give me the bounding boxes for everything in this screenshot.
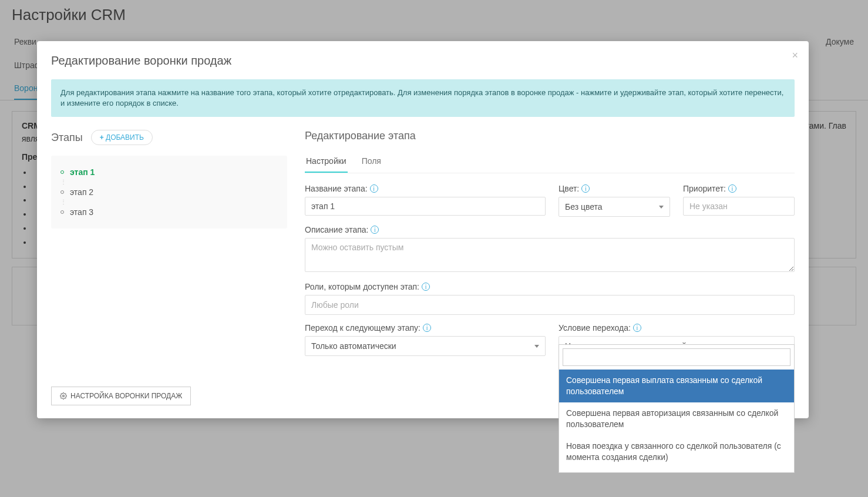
- edit-stage-title: Редактирование этапа: [305, 130, 795, 142]
- condition-option[interactable]: Совершена первая выплата связанным со сд…: [559, 370, 794, 402]
- stage-item-1[interactable]: этап 1: [59, 164, 279, 180]
- bullet-icon: [60, 190, 64, 194]
- modal-title: Редактирование воронки продаж: [51, 54, 795, 68]
- next-step-select[interactable]: Только автоматически: [305, 336, 546, 356]
- funnel-config-button[interactable]: НАСТРОЙКА ВОРОНКИ ПРОДАЖ: [51, 387, 191, 405]
- stage-label: этап 1: [70, 167, 95, 177]
- gear-icon: [60, 392, 67, 399]
- info-icon[interactable]: i: [370, 184, 378, 193]
- info-icon[interactable]: i: [633, 324, 641, 332]
- color-select[interactable]: Без цвета: [559, 197, 670, 217]
- condition-options[interactable]: Совершена первая выплата связанным со сд…: [559, 370, 794, 472]
- info-alert: Для редактирования этапа нажмите на назв…: [51, 79, 795, 117]
- priority-input[interactable]: [683, 197, 795, 216]
- add-stage-button[interactable]: ДОБАВИТЬ: [91, 130, 153, 145]
- stage-item-3[interactable]: этап 3: [59, 204, 279, 220]
- label-next-step: Переход к следующему этапу: i: [305, 323, 546, 333]
- info-icon[interactable]: i: [371, 226, 379, 234]
- condition-option[interactable]: Положительный баланс связанного со сделк…: [559, 468, 794, 473]
- bullet-icon: [60, 210, 64, 214]
- stage-edit-pane: Редактирование этапа Настройки Поля Назв…: [305, 130, 795, 364]
- stages-title: Этапы: [51, 132, 83, 144]
- stages-pane: Этапы ДОБАВИТЬ этап 1 ⋮ этап 2 ⋮ этап 3: [51, 130, 287, 364]
- tab-settings[interactable]: Настройки: [305, 150, 348, 173]
- tab-fields[interactable]: Поля: [361, 150, 382, 173]
- label-priority: Приоритет: i: [683, 184, 795, 193]
- edit-funnel-modal: × Редактирование воронки продаж Для реда…: [37, 41, 809, 418]
- label-stage-name: Название этапа: i: [305, 184, 546, 193]
- info-icon[interactable]: i: [728, 184, 736, 193]
- stage-label: этап 3: [70, 207, 93, 217]
- label-description: Описание этапа: i: [305, 225, 795, 234]
- svg-point-0: [63, 395, 65, 397]
- stage-name-input[interactable]: [305, 197, 546, 216]
- description-textarea[interactable]: [305, 238, 795, 272]
- info-icon[interactable]: i: [422, 283, 430, 291]
- stage-label: этап 2: [70, 187, 93, 197]
- stage-item-2[interactable]: этап 2: [59, 184, 279, 200]
- condition-dropdown: Совершена первая выплата связанным со сд…: [559, 344, 795, 473]
- chevron-down-icon: [534, 345, 539, 348]
- label-roles: Роли, которым доступен этап: i: [305, 282, 795, 291]
- stages-list: этап 1 ⋮ этап 2 ⋮ этап 3: [51, 156, 287, 229]
- info-icon[interactable]: i: [581, 184, 590, 193]
- label-condition: Условие перехода: i: [559, 323, 795, 333]
- condition-option[interactable]: Новая поездка у связанного со сделкой по…: [559, 435, 794, 468]
- bullet-icon: [60, 170, 64, 174]
- roles-input[interactable]: Любые роли: [305, 295, 795, 315]
- close-icon[interactable]: ×: [792, 49, 798, 62]
- info-icon[interactable]: i: [423, 324, 431, 332]
- condition-search-input[interactable]: [563, 348, 790, 366]
- label-color: Цвет: i: [559, 184, 670, 193]
- chevron-down-icon: [659, 206, 664, 209]
- condition-option[interactable]: Совершена первая авторизация связанным с…: [559, 402, 794, 435]
